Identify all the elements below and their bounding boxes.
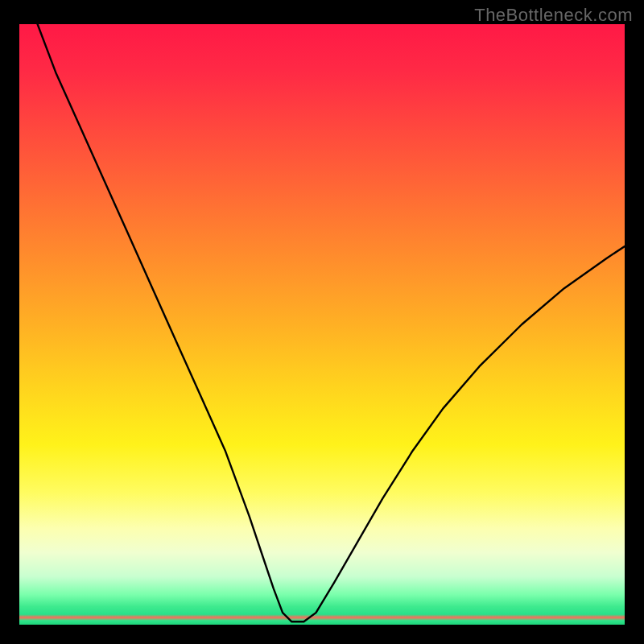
watermark-text: TheBottleneck.com [474, 5, 633, 26]
bottleneck-curve [38, 24, 625, 621]
chart-frame: TheBottleneck.com [0, 0, 644, 644]
plot-area [19, 24, 625, 625]
curve-layer [19, 24, 625, 625]
